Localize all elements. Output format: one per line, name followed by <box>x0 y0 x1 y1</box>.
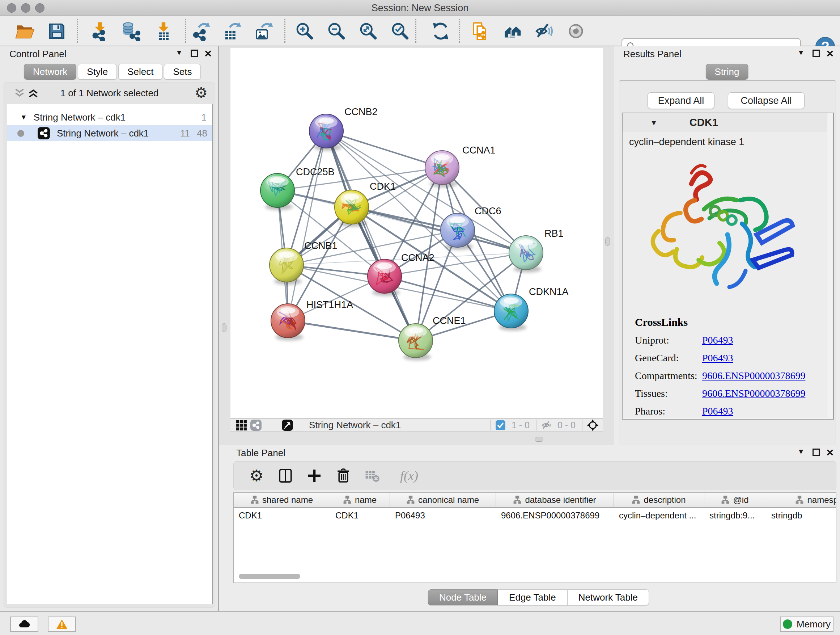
zoom-fit-button[interactable] <box>357 20 379 42</box>
tab-style[interactable]: Style <box>78 64 117 80</box>
node-cdc6[interactable] <box>441 213 475 250</box>
gear-icon[interactable]: ⚙ <box>195 84 208 101</box>
detach-view-button[interactable] <box>280 418 294 432</box>
network-collection-row[interactable]: ▼ String Network – cdk1 1 <box>7 109 212 125</box>
network-list-toolbar: 1 of 1 Network selected ⚙ <box>4 83 215 103</box>
open-session-button[interactable] <box>14 20 35 42</box>
table-row[interactable]: CDK1CDK1P064939606.ENSP00000378699cyclin… <box>234 508 836 523</box>
birds-eye-view-button[interactable] <box>585 418 600 432</box>
panel-float-button[interactable] <box>813 448 820 456</box>
tab-sets[interactable]: Sets <box>164 64 201 80</box>
network-row[interactable]: String Network – cdk1 11 48 <box>7 125 212 141</box>
table-cell[interactable]: stringdb:9... <box>704 508 766 523</box>
network-tree: ▼ String Network – cdk1 1 String Network… <box>7 104 213 604</box>
table-settings-button[interactable]: ⚙ <box>248 467 265 484</box>
column-header-canonicalname[interactable]: canonical name <box>390 493 496 507</box>
import-network-from-database-button[interactable] <box>120 20 142 42</box>
import-table-from-file-button[interactable] <box>153 20 174 42</box>
export-network-button[interactable] <box>190 20 212 42</box>
zoom-out-button[interactable] <box>325 20 347 42</box>
right-splitter-handle[interactable] <box>605 237 610 246</box>
node-ccne1[interactable] <box>399 324 433 361</box>
function-builder-button[interactable]: f(x) <box>393 467 425 484</box>
panel-menu-button[interactable]: ▼ <box>797 49 805 57</box>
crosslink-link[interactable]: 9606.ENSP00000378699 <box>702 388 805 399</box>
panel-float-button[interactable] <box>191 50 198 57</box>
panel-float-button[interactable] <box>813 50 820 57</box>
collapse-section-icon[interactable]: ▼ <box>650 119 658 127</box>
node-ccnb1[interactable] <box>270 248 303 285</box>
column-type-icon <box>796 495 804 505</box>
table-cell[interactable]: cyclin–dependent ... <box>614 508 704 523</box>
table-horizontal-scrollbar[interactable] <box>233 573 836 580</box>
hidden-indicator[interactable] <box>539 418 554 432</box>
expand-all-button[interactable]: Expand All <box>647 92 714 109</box>
show-columns-button[interactable] <box>277 467 294 484</box>
column-header-description[interactable]: description <box>614 493 704 507</box>
column-header-name[interactable]: name <box>330 493 390 507</box>
table-cell[interactable]: CDK1 <box>330 508 390 523</box>
crosslink-link[interactable]: P06493 <box>702 405 733 417</box>
network-canvas[interactable]: CCNB2CCNA1CDC25BCDK1CDC6RB1CCNB1CCNA2CDK… <box>231 48 603 418</box>
apply-layout-button[interactable] <box>430 20 452 42</box>
table-cell[interactable]: 9606.ENSP00000378699 <box>496 508 614 523</box>
results-scrollbar[interactable] <box>827 113 833 419</box>
panel-close-button[interactable]: × <box>204 50 212 57</box>
first-neighbors-button[interactable] <box>502 20 524 42</box>
selected-checkbox[interactable] <box>493 418 508 432</box>
crosslink-link[interactable]: P06493 <box>702 352 733 364</box>
panel-close-button[interactable]: × <box>826 448 834 456</box>
network-from-selection-button[interactable] <box>470 20 491 42</box>
crosslink-link[interactable]: 9606.ENSP00000378699 <box>702 370 805 382</box>
tab-network-table[interactable]: Network Table <box>567 589 649 605</box>
delete-column-button[interactable] <box>335 467 352 484</box>
node-ccna2[interactable] <box>368 259 401 296</box>
crosslink-link[interactable]: P06493 <box>702 334 733 346</box>
zoom-selected-button[interactable] <box>389 20 411 42</box>
add-column-button[interactable] <box>306 467 323 484</box>
column-header-databaseidentifier[interactable]: database identifier <box>496 493 614 507</box>
tab-string[interactable]: String <box>706 64 748 80</box>
export-table-button[interactable] <box>221 20 243 42</box>
import-network-from-file-button[interactable] <box>89 20 111 42</box>
table-cell[interactable]: stringdb <box>766 508 836 523</box>
network-view-button[interactable] <box>248 418 263 432</box>
tree-expand-icon[interactable]: ▼ <box>20 113 27 121</box>
bottom-splitter-handle[interactable] <box>535 437 543 442</box>
crosslink-row: Uniprot:P06493 <box>635 334 805 346</box>
panel-menu-button[interactable]: ▼ <box>175 49 183 57</box>
column-header-id[interactable]: @id <box>704 493 766 507</box>
scrollbar-thumb[interactable] <box>239 574 300 579</box>
column-header-namespace[interactable]: namespace <box>766 493 836 507</box>
node-cdc25b[interactable] <box>261 173 294 211</box>
column-header-sharedname[interactable]: shared name <box>234 493 330 507</box>
hide-selected-button[interactable] <box>533 20 555 42</box>
memory-button[interactable]: Memory <box>780 616 834 632</box>
edge-hist1h1a-ccne1 <box>288 321 416 340</box>
tab-edge-table[interactable]: Edge Table <box>498 589 567 605</box>
table-cell[interactable]: P06493 <box>390 508 496 523</box>
protein-section-header[interactable]: ▼ CDK1 <box>622 113 833 132</box>
tab-select[interactable]: Select <box>118 64 163 80</box>
show-all-button[interactable] <box>565 20 587 42</box>
tab-network[interactable]: Network <box>24 64 76 80</box>
node-rb1[interactable] <box>509 236 543 272</box>
grid-view-button[interactable] <box>234 418 248 432</box>
node-cdk1[interactable] <box>335 190 369 227</box>
zoom-in-button[interactable] <box>294 20 316 42</box>
left-splitter-handle[interactable] <box>222 323 226 332</box>
node-cdkn1a[interactable] <box>494 294 528 331</box>
panel-close-button[interactable]: × <box>826 50 834 57</box>
collapse-all-button[interactable]: Collapse All <box>728 92 805 109</box>
node-ccna1[interactable] <box>425 150 459 187</box>
panel-menu-button[interactable]: ▼ <box>797 448 805 456</box>
column-type-icon <box>343 495 351 505</box>
tab-node-table[interactable]: Node Table <box>428 589 498 605</box>
export-image-button[interactable] <box>253 20 275 42</box>
table-cell[interactable]: CDK1 <box>234 508 330 523</box>
node-hist1h1a[interactable] <box>271 304 305 340</box>
cloud-status-button[interactable] <box>10 616 38 632</box>
save-session-button[interactable] <box>46 20 68 42</box>
delete-table-button[interactable] <box>364 467 381 484</box>
warnings-button[interactable] <box>48 616 76 632</box>
